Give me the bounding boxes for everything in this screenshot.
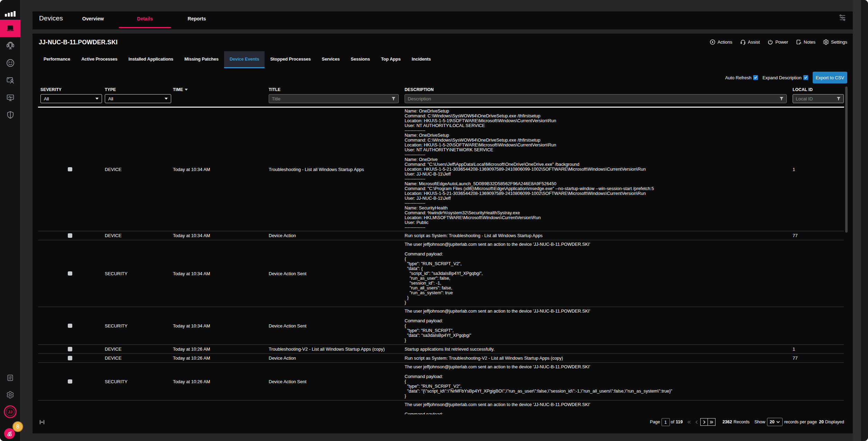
cell-local-id: 77 (793, 233, 844, 238)
last-page-button[interactable] (708, 418, 715, 426)
notes-button[interactable]: Notes (796, 39, 815, 45)
description-filter-input[interactable]: Description (405, 94, 787, 103)
sidebar: JJ 8 (0, 0, 21, 441)
power-button[interactable]: Power (767, 39, 788, 45)
assist-button[interactable]: Assist (740, 39, 760, 45)
sidebar-item-release-notes[interactable] (0, 374, 20, 382)
device-tab-active-processes[interactable]: Active Processes (76, 51, 123, 67)
title-filter-input[interactable]: Title (269, 94, 399, 103)
table-row[interactable]: DEVICEToday at 10:26 AMTroubleshooting-V… (38, 344, 844, 353)
column-label: LOCAL ID (793, 87, 813, 92)
records-count: 2362 (722, 420, 732, 424)
cell-description: Startup applications list retrieved succ… (405, 347, 793, 352)
cell-type: SECURITY (105, 323, 173, 328)
row-checkbox[interactable] (68, 167, 72, 172)
column-label: DESCRIPTION (405, 87, 434, 92)
table-row[interactable]: The user jeffjohnson@jupiterlab.com sent… (38, 400, 844, 414)
column-header-local-id[interactable]: LOCAL ID (793, 87, 844, 92)
cell-title: Device Action Sent (269, 379, 405, 384)
table-scrollbar-thumb[interactable] (845, 87, 848, 233)
funnel-icon (837, 97, 841, 101)
sidebar-item-monitoring[interactable] (0, 89, 20, 106)
device-tab-sessions[interactable]: Sessions (345, 51, 375, 67)
chevron-left-icon (695, 420, 699, 424)
column-resize-icon[interactable] (40, 420, 44, 425)
cell-time: Today at 10:34 AM (173, 323, 269, 328)
device-tab-incidents[interactable]: Incidents (406, 51, 436, 67)
table-row[interactable]: SECURITYToday at 10:34 AMDevice Action S… (38, 240, 844, 307)
tab-overview[interactable]: Overview (67, 11, 119, 29)
cell-title: Device Action Sent (269, 271, 405, 276)
cell-type: SECURITY (105, 271, 173, 276)
device-tabs: PerformanceActive ProcessesInstalled App… (38, 51, 436, 68)
select-value: All (44, 96, 49, 101)
device-tab-device-events[interactable]: Device Events (224, 51, 265, 68)
export-csv-button[interactable]: Export to CSV (813, 72, 847, 83)
severity-filter-select[interactable]: All (40, 94, 102, 103)
next-page-button[interactable] (700, 418, 708, 426)
device-tab-top-apps[interactable]: Top Apps (376, 51, 406, 67)
prev-page-button[interactable] (693, 418, 700, 426)
cell-type: DEVICE (105, 346, 173, 352)
page-size-select[interactable]: 20 (767, 418, 783, 426)
page-nav (685, 418, 715, 426)
row-checkbox[interactable] (68, 347, 72, 351)
settings-button[interactable]: Settings (823, 39, 847, 45)
table-row[interactable]: DEVICEToday at 10:26 AMDevice ActionRun … (38, 353, 844, 362)
caret-down-icon (95, 98, 99, 100)
actions-button[interactable]: Actions (710, 39, 732, 45)
headset-icon (740, 39, 746, 45)
filter-row: All All Title Description Local ID (38, 94, 844, 103)
shield-icon (6, 110, 15, 119)
sidebar-item-remote-support[interactable] (0, 37, 20, 54)
tab-details[interactable]: Details (119, 11, 171, 29)
device-tab-stopped-processes[interactable]: Stopped Processes (265, 51, 316, 67)
sliders-icon[interactable] (839, 15, 846, 21)
notification-badge[interactable]: 8 (12, 421, 23, 432)
device-tab-installed-applications[interactable]: Installed Applications (123, 51, 179, 67)
expand-description-checkbox[interactable] (803, 75, 808, 80)
expand-description-label: Expand Description (763, 75, 802, 80)
header-bar: Devices OverviewDetailsReports (33, 11, 853, 29)
avatar[interactable]: JJ (4, 405, 17, 418)
column-header-type[interactable]: TYPE (105, 87, 173, 92)
laptop-icon (6, 24, 15, 33)
column-header-description[interactable]: DESCRIPTION (405, 87, 793, 92)
monitor-pulse-icon (6, 93, 15, 102)
sidebar-item-devices[interactable] (0, 20, 20, 37)
device-tab-missing-patches[interactable]: Missing Patches (179, 51, 224, 67)
row-checkbox[interactable] (68, 356, 72, 360)
table-row[interactable]: SECURITYToday at 10:34 AMDevice Action S… (38, 307, 844, 344)
gear-small-icon (823, 39, 829, 45)
note-pencil-icon (796, 39, 802, 45)
type-filter-select[interactable]: All (105, 94, 171, 103)
first-page-button[interactable] (685, 418, 693, 426)
column-header-time[interactable]: TIME (173, 87, 269, 92)
device-tab-services[interactable]: Services (316, 51, 345, 67)
sidebar-item-settings[interactable] (0, 390, 20, 399)
sidebar-item-remote-browser[interactable] (0, 72, 20, 89)
row-checkbox[interactable] (68, 271, 72, 276)
column-header-severity[interactable]: SEVERITY (38, 87, 105, 92)
table-row[interactable]: DEVICEToday at 10:34 AMDevice ActionRun … (38, 231, 844, 240)
caret-down-icon (776, 421, 780, 423)
page-input[interactable]: 1 (662, 418, 670, 426)
table-row[interactable]: DEVICEToday at 10:34 AMTroubleshooting -… (38, 108, 844, 231)
browser-person-icon (6, 76, 15, 85)
select-value: All (108, 96, 113, 101)
cell-description: Name: OneDriveSetup Command: C:\Windows\… (405, 109, 793, 230)
row-checkbox[interactable] (68, 324, 72, 328)
row-checkbox[interactable] (68, 379, 72, 384)
table-row[interactable]: SECURITYToday at 10:26 AMDevice Action S… (38, 362, 844, 400)
column-header-title[interactable]: TITLE (269, 87, 405, 92)
device-tab-performance[interactable]: Performance (38, 51, 76, 67)
sidebar-item-end-user[interactable] (0, 54, 20, 72)
tab-reports[interactable]: Reports (171, 11, 223, 29)
page-size-value: 20 (770, 420, 775, 424)
table-controls: Auto Refresh Expand Description Export t… (725, 72, 847, 83)
sidebar-item-security[interactable] (0, 106, 20, 124)
page-scrollbar-track[interactable] (853, 0, 861, 441)
row-checkbox[interactable] (68, 233, 72, 238)
auto-refresh-checkbox[interactable] (753, 75, 758, 80)
local-id-filter-input[interactable]: Local ID (793, 94, 844, 103)
